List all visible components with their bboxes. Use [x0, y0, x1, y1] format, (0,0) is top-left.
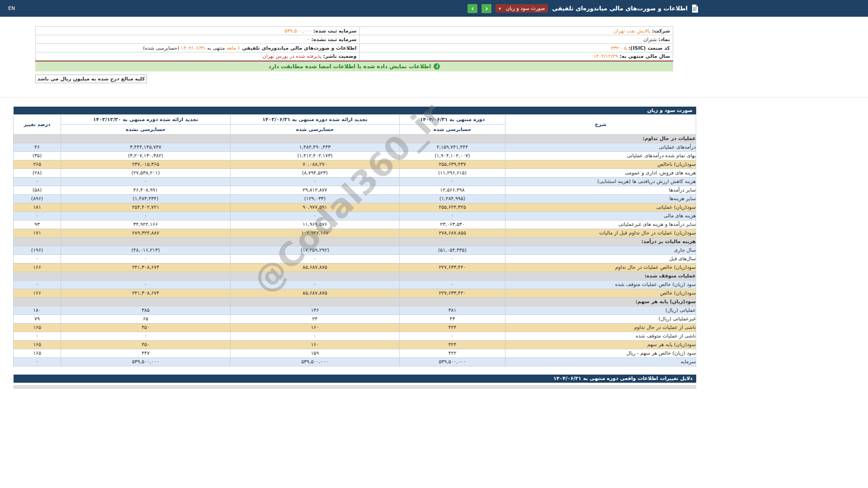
section-header-row: عملیات متوقف شده:: [14, 272, 696, 280]
fiscal-year-label: سال مالی منتهی به:: [619, 53, 670, 59]
isic-cell: کد صنعت (ISIC): ۲۳۲۰۰۵: [359, 44, 673, 52]
english-language-link[interactable]: EN: [8, 5, 15, 11]
value-cell: (۱۲۹,۰۳۳): [231, 194, 400, 203]
report-period-months: ۶ ماهه: [226, 45, 240, 51]
percent-change-cell: ۰: [14, 177, 61, 186]
percent-change-cell: ۲۶۵: [14, 160, 61, 169]
value-cell: ۰: [61, 211, 231, 220]
percent-change-cell: ۱۷۱: [14, 229, 61, 237]
row-label-cell: هزینه مالیات بر درآمد:: [505, 237, 696, 246]
info-row: شرکت: پالایش نفت تهران سرمایه ثبت شده: ۵…: [36, 27, 673, 35]
column-header-description: شرح: [505, 114, 696, 134]
table-row: سود (زیان) خالص هر سهم - ریال۴۲۲۱۵۹۴۴۷۱۶…: [14, 349, 696, 357]
table-row: ناشی از عملیات در حال تداوم۴۲۴۱۶۰۴۵۰۱۶۵: [14, 323, 696, 332]
table-row: سود(زیان) پایه هر سهم۴۲۴۱۶۰۴۵۰۱۶۵: [14, 340, 696, 349]
value-cell: ۰: [400, 332, 505, 340]
registered-capital-label: سرمایه ثبت شده:: [313, 28, 356, 34]
row-label-cell: سود(زیان) پایه هر سهم: [505, 340, 696, 349]
value-cell: [61, 237, 231, 246]
row-label-cell: هزینه کاهش ارزش دریافتنی ها (هزینه استثن…: [505, 177, 696, 186]
registered-capital-cell: سرمایه ثبت شده: ۵۳۹,۵۰۰,۰۰۰: [36, 27, 360, 35]
prev-statement-button[interactable]: ‹: [481, 4, 491, 13]
unregistered-capital-cell: سرمایه ثبت نشده: ۰: [36, 35, 360, 44]
income-table-body: عملیات در حال تداوم:درآمدهای عملیاتی۲,۱۵…: [14, 134, 696, 366]
value-cell: ۲۳۷,۰۱۵,۳۶۵: [61, 160, 231, 169]
value-cell: ۲۲۷,۶۳۳,۴۲۰: [400, 263, 505, 272]
value-cell: ۲۵۵,۶۳۹,۴۳۷: [400, 160, 505, 169]
value-cell: ۴۲۲: [400, 349, 505, 357]
value-cell: [61, 134, 231, 143]
percent-change-cell: [14, 272, 61, 280]
table-row: سایر هزینه‌ها(۱,۲۸۴,۹۹۵)(۱۲۹,۰۳۳)(۱,۴۸۳,…: [14, 194, 696, 203]
table-row: درآمدهای عملیاتی۲,۱۵۹,۷۴۱,۴۴۴۱,۴۸۲,۴۹۰,۴…: [14, 143, 696, 151]
issuer-status-value: پذیرفته شده در بورس تهران: [263, 53, 321, 59]
value-cell: ۸۵,۶۸۷,۸۷۵: [231, 289, 400, 297]
company-link[interactable]: پالایش نفت تهران: [613, 28, 651, 34]
row-label-cell: سود(زیان) عملیاتی: [505, 203, 696, 211]
signature-match-banner: i اطلاعات نمایش داده شده با اطلاعات امضا…: [35, 61, 673, 71]
row-label-cell: سود(زیان) عملیات در حال تداوم قبل از مال…: [505, 229, 696, 237]
value-cell: ۴۴۷: [61, 349, 231, 357]
unregistered-capital-value: ۰: [307, 37, 310, 42]
table-row: سرمایه۵۳۹,۵۰۰,۰۰۰۵۳۹,۵۰۰,۰۰۰۵۳۹,۵۰۰,۰۰۰۰: [14, 357, 696, 366]
info-row: سال مالی منتهی به: ۱۴۰۴/۱۲/۲۹ وضعیت ناشر…: [36, 52, 673, 61]
table-row: هزینه کاهش ارزش دریافتنی ها (هزینه استثن…: [14, 177, 696, 186]
table-row: سود(زیان) خالص۲۲۷,۶۳۳,۴۲۰۸۵,۶۸۷,۸۷۵۲۴۱,۳…: [14, 289, 696, 297]
fiscal-year-value: ۱۴۰۴/۱۲/۲۹: [593, 53, 618, 59]
value-cell: ۵۳۹,۵۰۰,۰۰۰: [231, 357, 400, 366]
value-cell: [231, 297, 400, 306]
value-cell: ۱,۴۸۲,۴۹۰,۴۴۳: [231, 143, 400, 151]
amounts-unit-note: کلیه مبالغ درج شده به میلیون ریال می باش…: [35, 75, 147, 83]
row-label-cell: سود(زیان) ناخالص: [505, 160, 696, 169]
statement-select[interactable]: صورت سود و زیان ▾: [495, 4, 548, 13]
value-cell: ۱۶۰: [231, 323, 400, 332]
value-cell: ۴۵۰: [61, 340, 231, 349]
table-row: بهای تمام شده درآمدهای عملیاتی(۱,۹۰۴,۱۰۲…: [14, 151, 696, 160]
value-cell: ۵۳۹,۵۰۰,۰۰۰: [400, 357, 505, 366]
value-cell: ۰: [400, 211, 505, 220]
row-label-cell: غیرعملیاتی (ریال): [505, 314, 696, 323]
table-row: سایر درآمدها۱۲,۵۶۶,۴۹۸۲۹,۸۱۲,۸۷۷۴۶,۴۰۸,۹…: [14, 186, 696, 194]
value-cell: [61, 272, 231, 280]
value-cell: ۵۳۹,۵۰۰,۰۰۰: [61, 357, 231, 366]
percent-change-cell: ۰: [14, 357, 61, 366]
value-cell: ۰: [231, 211, 400, 220]
row-label-cell: عملیات در حال تداوم:: [505, 134, 696, 143]
changes-reason-bar: دلایل تغییرات اطلاعات واقعی دوره منتهی ب…: [14, 375, 696, 383]
column-subheader-unaudited: حسابرسی نشده: [61, 124, 231, 134]
value-cell: ۹۰,۹۷۷,۵۹۱: [231, 203, 400, 211]
value-cell: ۱۶۰: [231, 340, 400, 349]
row-label-cell: سود(زیان) خالص: [505, 289, 696, 297]
value-cell: ۲۲۷,۶۳۳,۴۲۰: [400, 289, 505, 297]
value-cell: ۲۴۱,۳۰۸,۶۷۴: [61, 289, 231, 297]
value-cell: ۰: [61, 280, 231, 289]
percent-change-cell: (۸۹۶): [14, 194, 61, 203]
value-cell: ۲۴۱,۳۰۸,۶۷۴: [61, 263, 231, 272]
section-header-row: هزینه مالیات بر درآمد:: [14, 237, 696, 246]
value-cell: (۱۱,۲۹۶,۶۱۵): [400, 169, 505, 177]
next-statement-button[interactable]: ›: [467, 4, 477, 13]
value-cell: ۰: [400, 177, 505, 186]
value-cell: ۱۲,۵۶۶,۴۹۸: [400, 186, 505, 194]
value-cell: (۲۷,۵۳۸,۲۰۱): [61, 169, 231, 177]
value-cell: ۰: [61, 332, 231, 340]
section-header-row: سود(زیان) پایه هر سهم:: [14, 297, 696, 306]
cutoff-table-strip: [14, 385, 696, 389]
info-row: نماد: شتران سرمایه ثبت نشده: ۰: [36, 35, 673, 44]
percent-change-cell: [14, 237, 61, 246]
percent-change-cell: (۱۹۶): [14, 246, 61, 254]
banner-text: اطلاعات نمایش داده شده با اطلاعات امضا ش…: [269, 63, 431, 70]
percent-change-cell: ۱۸۱: [14, 203, 61, 211]
row-label-cell: هزینه های مالی: [505, 211, 696, 220]
company-cell: شرکت: پالایش نفت تهران: [359, 27, 673, 35]
value-cell: ۳۴,۹۲۲,۱۶۶: [61, 220, 231, 229]
statement-section: صورت سود و زیان شرح دوره منتهی به ۱۴۰۴/۰…: [0, 107, 696, 389]
percent-change-cell: ۱۶۵: [14, 323, 61, 332]
percent-change-cell: [14, 134, 61, 143]
percent-change-cell: ۱۶۵: [14, 349, 61, 357]
percent-change-cell: [14, 297, 61, 306]
info-icon: i: [434, 63, 440, 70]
symbol-label: نماد:: [658, 37, 670, 42]
row-label-cell: سال‌های قبل: [505, 254, 696, 263]
value-cell: ۰: [231, 177, 400, 186]
